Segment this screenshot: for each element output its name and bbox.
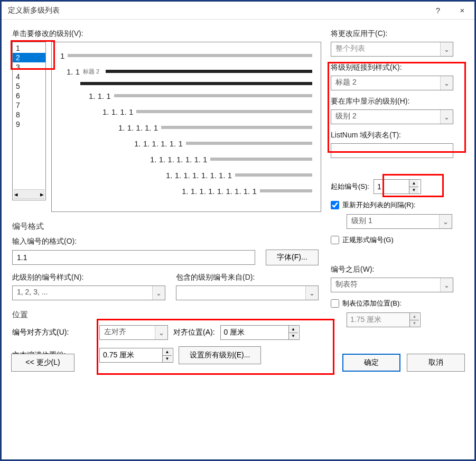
spin-down-icon: ▼ [410,320,419,327]
spin-down-icon[interactable]: ▼ [409,187,418,194]
preview-number: 1. 1. 1. 1. 1. 1. 1 [150,155,207,164]
preview-number: 1. 1. 1. 1 [102,107,133,116]
chevron-down-icon[interactable]: ⌄ [305,286,318,300]
restart-level-combo[interactable]: 级别 1 ⌄ [347,214,452,229]
spin-up-icon: ▲ [410,313,419,320]
preview-line [136,110,312,113]
level-scrollbar[interactable]: ◂▸ [14,189,44,199]
preview-row-6: 1. 1. 1. 1. 1. 1 [60,135,312,151]
restart-level-value: 级别 1 [347,215,439,228]
start-at-value[interactable] [374,180,409,193]
preview-line [210,158,312,161]
align-at-label: 对齐位置(A): [173,328,215,337]
apply-to-label: 将更改应用于(C): [331,29,464,39]
preview-row-4: 1. 1. 1. 1 [60,104,312,119]
level-9[interactable]: 9 [13,119,45,129]
level-1[interactable]: 1 [13,43,45,53]
section-position: 位置 [12,310,321,320]
spin-down-icon[interactable]: ▼ [289,333,298,340]
show-level-value: 级别 2 [331,110,440,124]
dialog-title: 定义新多级列表 [8,6,426,15]
preview-number: 1. 1. 1. 1. 1. 1. 1. 1 [166,171,232,180]
spin-up-icon[interactable]: ▲ [289,326,298,333]
preview-number: 1. 1. 1. 1. 1. 1 [134,139,183,148]
link-level-value: 标题 2 [331,76,440,90]
include-from-value [176,286,305,300]
level-5[interactable]: 5 [13,81,45,91]
tab-add-spinner: ▲▼ [347,312,421,327]
start-at-spinner[interactable]: ▲▼ [374,179,421,194]
include-from-combo[interactable]: ⌄ [176,285,319,300]
legal-checkbox-input[interactable] [331,236,339,244]
chevron-down-icon[interactable]: ⌄ [440,278,453,292]
restart-checkbox[interactable]: 重新开始列表的间隔(R): [331,200,416,210]
preview-line [80,82,312,85]
chevron-down-icon[interactable]: ⌄ [440,110,453,124]
preview-number: 1. 1. 1. 1. 1 [118,123,158,132]
scroll-right-icon[interactable]: ▸ [40,190,44,198]
level-4[interactable]: 4 [13,72,45,81]
chevron-down-icon[interactable]: ⌄ [155,326,167,339]
chevron-down-icon[interactable]: ⌄ [440,42,453,56]
preview-row-1: 1 [60,48,312,63]
preview-row-extra [60,79,312,88]
scroll-left-icon[interactable]: ◂ [14,190,18,198]
align-label: 编号对齐方式(U): [12,328,94,337]
preview-number: 1 [60,51,64,60]
preview-line [260,189,312,192]
listnum-input[interactable] [331,143,453,158]
preview-line [235,173,312,177]
less-button[interactable]: << 更少(L) [11,354,74,372]
follow-combo[interactable]: 制表符 ⌄ [331,278,453,292]
click-level-label: 单击要修改的级别(V): [12,29,321,39]
cancel-button[interactable]: 取消 [407,354,465,372]
include-from-label: 包含的级别编号来自(D): [176,273,319,282]
close-button[interactable]: × [450,2,474,19]
preview-line [68,54,312,57]
tab-add-checkbox[interactable]: 制表位添加位置(B): [331,299,402,308]
help-button[interactable]: ? [426,2,450,19]
restart-label: 重新开始列表的间隔(R): [342,200,416,210]
level-3[interactable]: 3 [13,62,45,72]
follow-label: 编号之后(W): [331,265,464,274]
preview-line [114,94,312,97]
preview-style-label: 标题 2 [83,68,99,76]
preview-number: 1. 1. 1 [89,91,111,100]
follow-value: 制表符 [331,278,440,292]
preview-line [106,70,312,73]
align-combo[interactable]: 左对齐 ⌄ [99,325,168,340]
level-6[interactable]: 6 [13,91,45,100]
ok-button[interactable]: 确定 [342,354,400,372]
tab-add-checkbox-input[interactable] [331,299,339,308]
preview-number: 1. 1 [67,67,80,76]
number-style-combo[interactable]: 1, 2, 3, ... ⌄ [12,285,165,300]
tab-add-value [347,313,409,327]
chevron-down-icon[interactable]: ⌄ [440,76,453,90]
font-button[interactable]: 字体(F)... [266,250,319,265]
level-8[interactable]: 8 [13,110,45,119]
number-format-input[interactable] [12,250,255,265]
align-value: 左对齐 [100,326,155,339]
legal-checkbox[interactable]: 正规形式编号(G) [331,235,394,245]
level-listbox[interactable]: 1 2 3 4 5 6 7 8 9 ◂▸ [12,42,46,200]
spin-up-icon[interactable]: ▲ [409,180,418,187]
chevron-down-icon[interactable]: ⌄ [152,286,165,300]
link-level-combo[interactable]: 标题 2 ⌄ [331,76,453,90]
align-at-spinner[interactable]: ▲▼ [220,325,300,340]
preview-row-3: 1. 1. 1 [60,88,312,104]
apply-to-value: 整个列表 [331,42,440,56]
preview-row-5: 1. 1. 1. 1. 1 [60,119,312,135]
align-at-value[interactable] [221,326,288,339]
show-level-label: 要在库中显示的级别(H): [331,97,464,106]
restart-checkbox-input[interactable] [331,201,339,209]
level-2[interactable]: 2 [13,53,45,62]
preview-panel: 11. 1标题 21. 1. 11. 1. 1. 11. 1. 1. 1. 11… [51,42,321,212]
apply-to-combo[interactable]: 整个列表 ⌄ [331,42,453,57]
listnum-label: ListNum 域列表名(T): [331,131,464,140]
chevron-down-icon[interactable]: ⌄ [439,215,452,228]
show-level-combo[interactable]: 级别 2 ⌄ [331,109,453,124]
legal-label: 正规形式编号(G) [342,235,394,245]
preview-line [186,142,312,145]
preview-row-9: 1. 1. 1. 1. 1. 1. 1. 1. 1 [60,183,312,199]
level-7[interactable]: 7 [13,100,45,110]
